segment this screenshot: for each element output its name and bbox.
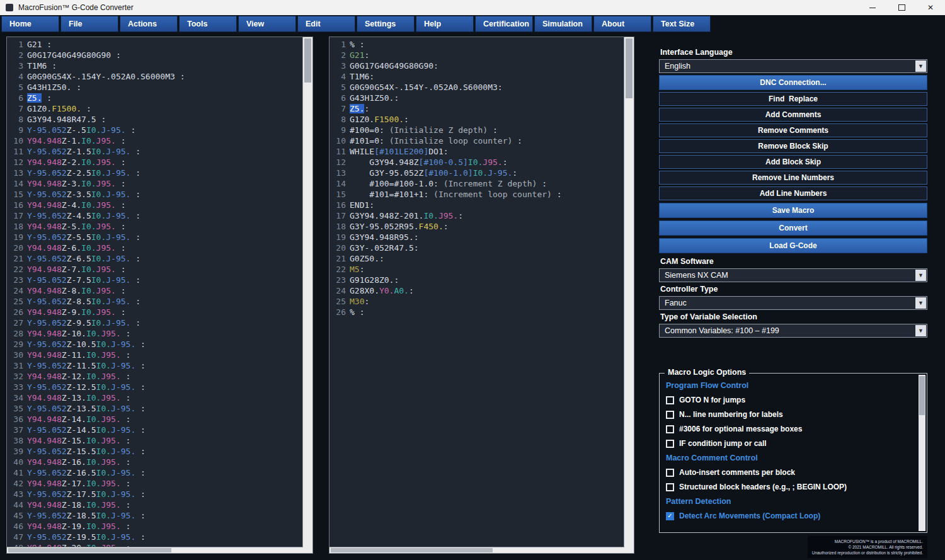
- menu-tab-about[interactable]: About: [593, 16, 651, 32]
- scrollbar-thumb[interactable]: [304, 38, 311, 83]
- code-line: 38Y94.948Z-15.I0.J95. :: [8, 435, 303, 446]
- code-line: 26Y94.948Z-9.I0.J95. :: [8, 307, 303, 317]
- chevron-down-icon[interactable]: ▼: [915, 297, 926, 309]
- scrollbar-thumb[interactable]: [626, 38, 633, 98]
- scrollbar-thumb[interactable]: [8, 548, 171, 552]
- line-number: 2: [331, 50, 346, 60]
- button-add-line-numbers[interactable]: Add Line Numbers: [659, 186, 927, 200]
- minimize-button[interactable]: [858, 0, 887, 15]
- code-line: 18G3Y-95.052R95.F450.:: [331, 221, 624, 232]
- line-number: 20: [8, 243, 23, 253]
- menu-tab-text-size[interactable]: Text Size: [653, 16, 711, 32]
- line-number: 19: [8, 232, 23, 243]
- line-number: 21: [8, 253, 23, 264]
- checkbox-unchecked-icon[interactable]: [666, 396, 674, 404]
- controller-type-select[interactable]: Fanuc ▼: [659, 296, 927, 310]
- checkbox-detect-arc-movements-compact-loop[interactable]: ✓Detect Arc Movements (Compact Loop): [666, 511, 914, 520]
- variable-selection-select[interactable]: Common Variables: #100 – #199 ▼: [659, 324, 927, 338]
- source-vertical-scrollbar[interactable]: [302, 37, 312, 547]
- checkbox-if-condition-jump-or-call[interactable]: IF condition jump or call: [666, 439, 914, 448]
- checkbox-structured-block-headers-e-g-begin-loop[interactable]: Structured block headers (e.g., ; BEGIN …: [666, 483, 914, 491]
- code-line: 22M5:: [331, 264, 624, 275]
- checkbox-unchecked-icon[interactable]: [666, 469, 674, 477]
- button-load-g-code[interactable]: Load G-Code: [659, 238, 927, 253]
- checkbox-unchecked-icon[interactable]: [666, 411, 674, 419]
- code-line: 24G28X0.Y0.A0.:: [331, 285, 624, 296]
- code-line: 30Y94.948Z-11.I0.J95. :: [8, 350, 303, 360]
- line-number: 16: [331, 200, 346, 210]
- menu-tab-home[interactable]: Home: [1, 16, 59, 32]
- code-line: 9Y-95.052Z-.5I0.J-95. :: [8, 125, 303, 135]
- menu-tab-certification[interactable]: Certification: [475, 16, 533, 32]
- code-line: 17G3Y94.948Z-201.I0.J95.:: [331, 210, 624, 221]
- maximize-button[interactable]: [887, 0, 916, 15]
- menu-tab-actions[interactable]: Actions: [120, 16, 178, 32]
- chevron-down-icon[interactable]: ▼: [915, 60, 926, 72]
- line-number: 5: [331, 82, 346, 93]
- line-number: 16: [8, 200, 23, 210]
- line-number: 10: [8, 135, 23, 146]
- button-find-replace[interactable]: Find Replace: [659, 92, 927, 106]
- app-icon: [6, 4, 13, 11]
- menu-tab-help[interactable]: Help: [416, 16, 474, 32]
- menu-tab-file[interactable]: File: [60, 16, 118, 32]
- chevron-down-icon[interactable]: ▼: [915, 325, 926, 336]
- line-number: 28: [8, 328, 23, 339]
- footer-line: © 2021 MACROMILL. All rights reserved.: [812, 544, 923, 550]
- converted-vertical-scrollbar[interactable]: [624, 37, 634, 547]
- checkbox-checked-icon[interactable]: ✓: [666, 512, 674, 520]
- dnc-connection-button[interactable]: DNC Connection...: [659, 75, 927, 90]
- source-horizontal-scrollbar[interactable]: [7, 547, 303, 553]
- close-button[interactable]: ✕: [916, 0, 945, 15]
- source-gcode-editor[interactable]: 1G21 :2G0G17G40G49G80G90 :3T1M6 :4G0G90G…: [6, 37, 313, 554]
- macro-options-scrollbar[interactable]: [919, 375, 925, 531]
- code-line: 22Y94.948Z-7.I0.J95. :: [8, 264, 303, 275]
- cam-software-select[interactable]: Siemens NX CAM ▼: [659, 268, 927, 282]
- code-line: 7G1Z0.F1500. :: [8, 103, 303, 114]
- menu-tab-edit[interactable]: Edit: [297, 16, 355, 32]
- checkbox-unchecked-icon[interactable]: [666, 425, 674, 433]
- button-remove-block-skip[interactable]: Remove Block Skip: [659, 139, 927, 153]
- button-convert[interactable]: Convert: [659, 220, 927, 236]
- menu-tab-simulation[interactable]: Simulation: [534, 16, 592, 32]
- checkbox-goto-n-for-jumps[interactable]: GOTO N for jumps: [666, 396, 914, 404]
- interface-language-label: Interface Language: [660, 48, 927, 57]
- button-save-macro[interactable]: Save Macro: [659, 203, 927, 218]
- line-number: 20: [331, 243, 346, 253]
- code-line: 27Y-95.052Z-9.5I0.J-95. :: [8, 317, 303, 328]
- button-add-comments[interactable]: Add Comments: [659, 108, 927, 122]
- code-line: 21G0Z50.:: [331, 253, 624, 264]
- converted-code-area[interactable]: 1% :2G21:3G0G17G40G49G80G90:4T1M6:5G0G90…: [329, 37, 624, 547]
- button-remove-comments[interactable]: Remove Comments: [659, 123, 927, 137]
- checkbox-auto-insert-comments-per-block[interactable]: Auto-insert comments per block: [666, 468, 914, 477]
- code-line: 13 G3Y-95.052Z[#100-1.0]I0.J-95.:: [331, 168, 624, 178]
- code-line: 15 #101=#101+1: (Increment loop counter)…: [331, 189, 624, 200]
- line-number: 17: [331, 210, 346, 221]
- line-number: 19: [331, 232, 346, 243]
- button-remove-line-numbers[interactable]: Remove Line Numbers: [659, 171, 927, 185]
- checkbox-unchecked-icon[interactable]: [666, 483, 674, 491]
- converted-macro-editor[interactable]: 1% :2G21:3G0G17G40G49G80G90:4T1M6:5G0G90…: [329, 37, 634, 554]
- scrollbar-thumb[interactable]: [919, 376, 925, 415]
- line-number: 18: [8, 221, 23, 232]
- checkbox-unchecked-icon[interactable]: [666, 440, 674, 448]
- chevron-down-icon[interactable]: ▼: [915, 270, 926, 281]
- checkbox-label: Auto-insert comments per block: [679, 468, 795, 477]
- interface-language-select[interactable]: English ▼: [659, 59, 927, 73]
- line-number: 13: [8, 168, 23, 178]
- checkbox-3006-for-optional-message-boxes[interactable]: #3006 for optional message boxes: [666, 425, 914, 433]
- menu-tab-view[interactable]: View: [238, 16, 296, 32]
- code-line: 6Z5. :: [8, 93, 303, 103]
- menu-tab-settings[interactable]: Settings: [357, 16, 415, 32]
- menu-tab-tools[interactable]: Tools: [179, 16, 237, 32]
- line-number: 14: [331, 178, 346, 189]
- code-line: 12 G3Y94.948Z[#100-0.5]I0.J95.:: [331, 157, 624, 168]
- checkbox-n-line-numbering-for-labels[interactable]: N... line numbering for labels: [666, 410, 914, 419]
- line-number: 4: [331, 71, 346, 82]
- line-number: 36: [8, 414, 23, 425]
- button-add-block-skip[interactable]: Add Block Skip: [659, 155, 927, 169]
- source-code-area[interactable]: 1G21 :2G0G17G40G49G80G90 :3T1M6 :4G0G90G…: [7, 37, 303, 547]
- macro-logic-options-title: Macro Logic Options: [665, 368, 749, 377]
- converted-horizontal-scrollbar[interactable]: [329, 547, 624, 553]
- scrollbar-thumb[interactable]: [331, 548, 493, 552]
